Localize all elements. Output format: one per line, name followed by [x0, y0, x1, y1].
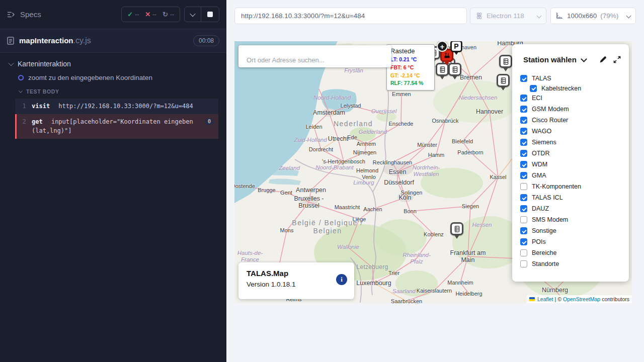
stop-button[interactable]	[201, 7, 219, 22]
suite-row[interactable]: Karteninteraktion	[0, 53, 226, 68]
layer-label: TALAS ICL	[532, 194, 563, 201]
checkbox[interactable]	[520, 249, 527, 256]
layer-checkbox-row[interactable]: TK-Komponenten	[520, 181, 621, 192]
url-bar[interactable]: http://192.168.10.33:3000/?m=12&u=484	[234, 8, 467, 24]
info-icon[interactable]: i	[336, 274, 347, 285]
spec-file-icon	[7, 37, 14, 45]
passed-icon: ✓	[127, 11, 133, 18]
layer-checkbox-row[interactable]: POIs	[520, 236, 621, 247]
layer-checkbox-row[interactable]: Sonstige	[520, 225, 621, 236]
checkbox[interactable]	[520, 205, 527, 212]
viewport-icon	[556, 12, 564, 19]
test-title: zoomt zu den eingegebenen Koordinaten	[28, 74, 152, 81]
checkbox[interactable]	[520, 227, 527, 234]
command-badge: 0	[205, 118, 214, 125]
checkbox[interactable]	[520, 139, 527, 146]
station-panel-title: Station wählen	[523, 55, 577, 64]
browser-selector[interactable]: Electron 118	[470, 8, 546, 24]
version-card: TALAS.Map Version 1.0.18.1 i	[238, 262, 354, 299]
checkbox[interactable]	[520, 183, 527, 190]
layer-label: DAUZ	[532, 205, 549, 212]
test-running-icon	[18, 75, 24, 80]
cluster-plus-marker[interactable]: +	[437, 41, 448, 52]
layer-label: Bereiche	[532, 249, 556, 256]
layer-checkbox-row[interactable]: TALAS	[520, 73, 621, 84]
checkbox[interactable]	[530, 85, 537, 92]
checkbox[interactable]	[520, 238, 527, 245]
command-row[interactable]: 1 visit http://192.168.10.33:3000/?m=12&…	[15, 99, 218, 114]
browser-pane: http://192.168.10.33:3000/?m=12&u=484 El…	[226, 0, 644, 362]
command-method: get	[32, 118, 43, 125]
reporter-header: Specs ✓-- ✕-- ↻--	[0, 0, 226, 29]
checkbox[interactable]	[520, 95, 527, 102]
spec-extension: .cy.js	[73, 36, 91, 45]
checkbox[interactable]	[520, 106, 527, 113]
osm-link[interactable]: OpenStreetMap	[563, 296, 600, 302]
layer-label: Cisco Router	[532, 117, 568, 124]
ukraine-flag-icon	[529, 297, 535, 301]
layer-checkbox-row[interactable]: WDM	[520, 159, 621, 170]
parking-marker[interactable]: P	[450, 41, 462, 52]
expand-icon[interactable]	[613, 56, 621, 63]
checkbox[interactable]	[520, 216, 527, 223]
station-marker-head	[450, 222, 463, 235]
command-row[interactable]: 2 get input[placeholder="Koordinaten ein…	[15, 114, 218, 139]
layer-checkbox-row[interactable]: TALAS ICL	[520, 192, 621, 203]
layer-checkbox-row[interactable]: Cisco Router	[520, 115, 621, 126]
layer-label: WAGO	[532, 128, 551, 135]
failed-icon: ✕	[145, 11, 150, 18]
layer-checkbox-row[interactable]: WAGO	[520, 126, 621, 137]
checkbox[interactable]	[520, 117, 527, 124]
layer-label: ECI	[532, 95, 542, 102]
station-marker-head	[499, 55, 512, 68]
layer-checkbox-row[interactable]: GSM Modem	[520, 104, 621, 115]
layer-checkbox-row[interactable]: GMA	[520, 170, 621, 181]
layer-checkbox-row[interactable]: DAUZ	[520, 203, 621, 214]
layer-checkbox-row[interactable]: Siemens	[520, 137, 621, 148]
rack-icon	[500, 77, 507, 84]
browser-name: Electron 118	[487, 12, 524, 20]
checkbox[interactable]	[520, 172, 527, 179]
station-marker-tail	[500, 86, 506, 90]
sensor-reading: RLF: 77.54 %	[390, 79, 431, 87]
pending-count: --	[170, 11, 174, 18]
layer-checkbox-row[interactable]: SMS Modem	[520, 214, 621, 225]
chevron-down-icon	[537, 13, 542, 18]
spec-row[interactable]: mapInteraction.cy.js 00:08	[0, 29, 226, 53]
map-canvas[interactable]: FryslânNoord-HollandOverijsselGelderland…	[234, 41, 632, 303]
chevron-down-icon	[626, 13, 631, 18]
command-args: input[placeholder="Koordinaten eingeben …	[32, 118, 193, 135]
viewport-size: 1000x660	[567, 12, 597, 20]
edit-pencil-icon[interactable]	[599, 56, 607, 63]
leaflet-link[interactable]: Leaflet	[537, 296, 553, 302]
layer-checkbox-row[interactable]: ECI	[520, 93, 621, 104]
station-marker-tail	[452, 75, 458, 79]
checkbox[interactable]	[520, 194, 527, 201]
viewport-selector[interactable]: 1000x660 (79%)	[550, 8, 636, 24]
checkbox[interactable]	[520, 161, 527, 168]
checkbox[interactable]	[520, 75, 527, 82]
layer-label: TALAS	[532, 75, 551, 82]
checkbox[interactable]	[520, 260, 527, 267]
specs-menu[interactable]: Specs	[7, 10, 41, 19]
layer-label: OTDR	[532, 150, 549, 157]
map-attribution: Leaflet | © OpenStreetMap contributors	[527, 295, 632, 303]
collapse-button[interactable]	[185, 7, 201, 22]
checkbox[interactable]	[520, 128, 527, 135]
test-stats: ✓-- ✕-- ↻--	[121, 7, 180, 22]
browser-toolbar: http://192.168.10.33:3000/?m=12&u=484 El…	[226, 0, 644, 31]
test-body-section[interactable]: TEST BODY	[0, 81, 226, 99]
layer-checkbox-row[interactable]: OTDR	[520, 148, 621, 159]
chevron-down-icon	[581, 56, 587, 62]
station-tooltip: Rastede LT: 0.21 °CFBT: 6 °CGT: -2.14 °C…	[386, 44, 435, 90]
test-row[interactable]: zoomt zu den eingegebenen Koordinaten	[0, 68, 226, 81]
station-marker-tail	[503, 67, 509, 71]
checkbox[interactable]	[520, 150, 527, 157]
search-input[interactable]	[238, 45, 391, 67]
layer-checkbox-row[interactable]: Bereiche	[520, 247, 621, 258]
chevron-down-icon	[190, 11, 195, 16]
station-panel-title-button[interactable]: Station wählen	[523, 55, 586, 64]
test-body-label: TEST BODY	[26, 88, 59, 95]
layer-checkbox-row[interactable]: Standorte	[520, 258, 621, 269]
layer-checkbox-row[interactable]: Kabelstrecken	[530, 84, 621, 93]
